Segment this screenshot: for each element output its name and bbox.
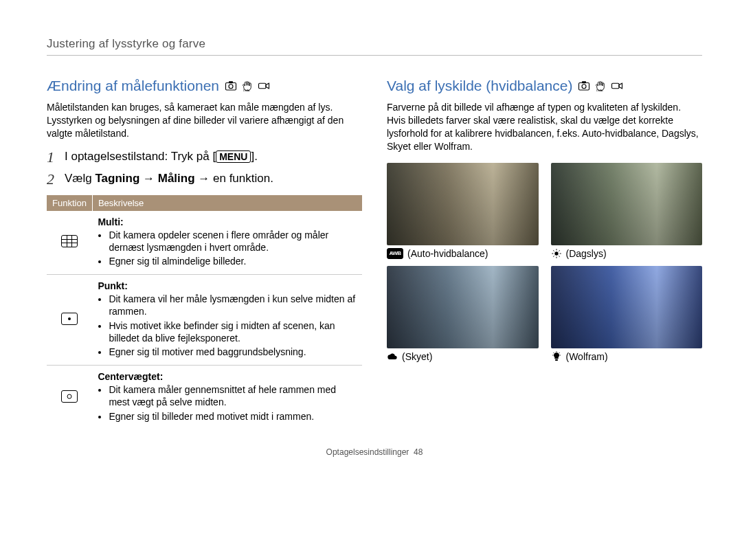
bullet: Dit kamera vil her måle lysmængden i kun… (109, 293, 357, 317)
svg-rect-9 (612, 83, 620, 89)
svg-rect-5 (579, 83, 589, 91)
svg-line-23 (553, 352, 554, 353)
svg-text:DUAL: DUAL (596, 89, 603, 92)
camera-icon (578, 80, 590, 92)
step1-text-a: I optagelsestilstand: Tryk på [ (65, 150, 216, 163)
row-name: Multi (98, 216, 120, 227)
mode-icons: DUAL (225, 80, 270, 92)
step2-e: → en funktion. (195, 172, 273, 185)
step2-d: Måling (158, 172, 195, 185)
footer-page: 48 (414, 447, 423, 457)
sample-photo (387, 266, 539, 348)
table-row: Multi: Dit kamera opdeler scenen i flere… (47, 211, 362, 275)
section-title-metering: Ændring af målefunktionen DUAL (47, 78, 362, 94)
function-table: Funktion Beskrivelse Multi: Dit kamera o… (47, 195, 362, 429)
multi-icon (61, 235, 78, 247)
page-footer: Optagelsesindstillinger 48 (47, 447, 702, 457)
th-description: Beskrivelse (92, 195, 362, 211)
awb-badge-icon: AWB (387, 248, 403, 259)
step-number: 1 (47, 150, 58, 165)
hand-icon: DUAL (594, 80, 607, 92)
video-icon (611, 80, 623, 92)
wb-item-tungsten: (Wolfram) (551, 266, 703, 362)
svg-line-24 (559, 352, 559, 353)
intro-text: Farverne på dit billede vil afhænge af t… (387, 101, 702, 153)
sample-photo (551, 163, 703, 245)
cloud-icon (387, 351, 398, 362)
step1-text-b: ]. (251, 150, 257, 163)
svg-rect-19 (555, 359, 558, 361)
page-header: Justering af lysstyrke og farve (47, 37, 702, 56)
camera-icon (225, 80, 237, 92)
svg-line-18 (559, 250, 559, 251)
hand-icon: DUAL (241, 80, 254, 92)
svg-point-6 (582, 85, 586, 89)
sample-photo (551, 266, 703, 348)
sun-icon (551, 248, 562, 259)
wb-item-auto: AWB (Auto-hvidbalance) (387, 163, 539, 259)
row-name: Centervægtet (98, 371, 159, 382)
center-icon (61, 390, 78, 403)
intro-text: Måletilstanden kan bruges, så kameraet k… (47, 101, 362, 140)
footer-section: Optagelsesindstillinger (326, 447, 409, 457)
svg-line-16 (559, 256, 559, 256)
wb-item-cloudy: (Skyet) (387, 266, 539, 362)
bullet: Egner sig til almindelige billeder. (109, 255, 357, 267)
svg-rect-4 (259, 83, 267, 89)
mode-icons: DUAL (578, 80, 623, 92)
row-name: Punkt (98, 280, 124, 291)
wb-label: (Wolfram) (566, 351, 608, 362)
table-row: Centervægtet: Dit kamera måler gennemsni… (47, 366, 362, 429)
bullet: Egner sig til motiver med baggrundsbelys… (109, 346, 357, 358)
whitebalance-grid: AWB (Auto-hvidbalance) (Dagslys) (Sk (387, 163, 702, 362)
section-title-whitebalance: Valg af lyskilde (hvidbalance) DUAL (387, 78, 702, 94)
bullet: Dit kamera måler gennemsnittet af hele r… (109, 383, 357, 408)
step-1: 1 I optagelsestilstand: Tryk på [MENU]. (47, 150, 362, 165)
left-column: Ændring af målefunktionen DUAL Måletilst… (47, 78, 362, 429)
svg-rect-0 (226, 83, 236, 91)
title-text: Valg af lyskilde (hvidbalance) (387, 78, 572, 94)
bulb-icon (551, 351, 562, 362)
svg-rect-7 (582, 81, 586, 83)
svg-rect-2 (229, 81, 233, 83)
step2-c: → (139, 172, 157, 185)
title-text: Ændring af målefunktionen (47, 78, 219, 94)
step-number: 2 (47, 172, 58, 187)
bullet: Hvis motivet ikke befinder sig i midten … (109, 320, 357, 344)
step2-b: Tagning (95, 172, 139, 185)
wb-label: (Skyet) (402, 351, 432, 362)
table-row: Punkt: Dit kamera vil her måle lysmængde… (47, 275, 362, 366)
video-icon (258, 80, 270, 92)
wb-label: (Dagslys) (566, 248, 607, 259)
wb-item-daylight: (Dagslys) (551, 163, 703, 259)
svg-point-1 (229, 85, 233, 89)
menu-button-label: MENU (216, 150, 251, 164)
svg-text:DUAL: DUAL (243, 89, 250, 92)
spot-icon (61, 313, 78, 325)
bullet: Egner sig til billeder med motivet midt … (109, 410, 357, 423)
sample-photo (387, 163, 539, 245)
bullet: Dit kamera opdeler scenen i flere område… (109, 229, 357, 254)
step-2: 2 Vælg Tagning → Måling → en funktion. (47, 172, 362, 187)
svg-point-10 (554, 251, 558, 255)
svg-line-15 (553, 250, 554, 251)
wb-label: (Auto-hvidbalance) (407, 248, 488, 259)
step2-a: Vælg (65, 172, 95, 185)
th-function: Funktion (47, 195, 92, 211)
right-column: Valg af lyskilde (hvidbalance) DUAL Farv… (387, 78, 702, 429)
svg-line-17 (553, 256, 554, 256)
